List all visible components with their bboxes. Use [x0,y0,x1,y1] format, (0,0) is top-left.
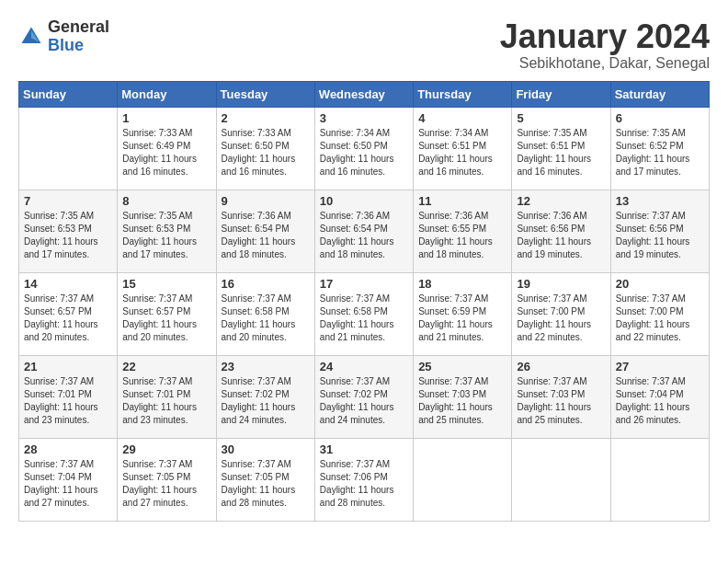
day-number: 26 [517,360,605,373]
calendar-cell: 4Sunrise: 7:34 AMSunset: 6:51 PMDaylight… [414,107,512,190]
day-number: 31 [320,442,408,456]
day-info: Sunrise: 7:37 AMSunset: 7:04 PMDaylight:… [24,458,112,510]
weekday-header: Sunday [19,81,118,107]
day-info: Sunrise: 7:37 AMSunset: 6:59 PMDaylight:… [418,293,506,344]
calendar-cell [414,438,512,521]
page-header: General Blue January 2024 Sebikhotane, D… [18,18,710,72]
day-number: 8 [122,194,210,208]
day-info: Sunrise: 7:37 AMSunset: 6:58 PMDaylight:… [222,293,310,344]
calendar-cell: 20Sunrise: 7:37 AMSunset: 7:00 PMDayligh… [610,272,709,355]
day-info: Sunrise: 7:37 AMSunset: 6:57 PMDaylight:… [122,293,210,344]
calendar-cell: 25Sunrise: 7:37 AMSunset: 7:03 PMDayligh… [414,355,512,438]
day-number: 18 [418,277,506,291]
day-number: 14 [24,277,112,291]
day-info: Sunrise: 7:35 AMSunset: 6:53 PMDaylight:… [122,210,210,261]
calendar-cell: 5Sunrise: 7:35 AMSunset: 6:51 PMDaylight… [512,107,610,190]
day-number: 9 [222,194,310,208]
day-info: Sunrise: 7:37 AMSunset: 7:01 PMDaylight:… [122,375,210,427]
calendar-cell: 14Sunrise: 7:37 AMSunset: 6:57 PMDayligh… [19,272,118,355]
day-info: Sunrise: 7:36 AMSunset: 6:56 PMDaylight:… [517,210,605,261]
calendar-cell: 9Sunrise: 7:36 AMSunset: 6:54 PMDaylight… [216,190,314,272]
day-number: 15 [122,277,210,291]
day-number: 20 [616,277,704,291]
logo: General Blue [18,18,109,55]
weekday-header: Thursday [414,81,512,107]
calendar-cell: 26Sunrise: 7:37 AMSunset: 7:03 PMDayligh… [512,355,610,438]
day-info: Sunrise: 7:37 AMSunset: 7:00 PMDaylight:… [517,293,605,344]
day-number: 16 [222,277,310,291]
day-number: 29 [122,442,210,456]
day-info: Sunrise: 7:37 AMSunset: 7:03 PMDaylight:… [418,375,506,427]
logo-blue-text: Blue [48,37,109,55]
day-info: Sunrise: 7:37 AMSunset: 7:03 PMDaylight:… [517,375,605,427]
calendar-cell: 16Sunrise: 7:37 AMSunset: 6:58 PMDayligh… [216,272,314,355]
day-number: 19 [517,277,605,291]
day-info: Sunrise: 7:34 AMSunset: 6:50 PMDaylight:… [320,127,408,178]
calendar-cell: 21Sunrise: 7:37 AMSunset: 7:01 PMDayligh… [19,355,118,438]
calendar-cell: 13Sunrise: 7:37 AMSunset: 6:56 PMDayligh… [610,190,709,272]
calendar-cell: 12Sunrise: 7:36 AMSunset: 6:56 PMDayligh… [512,190,610,272]
calendar-cell: 23Sunrise: 7:37 AMSunset: 7:02 PMDayligh… [216,355,314,438]
day-info: Sunrise: 7:35 AMSunset: 6:51 PMDaylight:… [517,127,605,178]
day-info: Sunrise: 7:37 AMSunset: 7:02 PMDaylight:… [320,375,408,427]
day-info: Sunrise: 7:33 AMSunset: 6:50 PMDaylight:… [222,127,310,178]
day-info: Sunrise: 7:37 AMSunset: 6:58 PMDaylight:… [320,293,408,344]
calendar-cell [610,438,709,521]
day-number: 1 [122,111,210,125]
day-number: 4 [418,111,506,125]
calendar-cell: 8Sunrise: 7:35 AMSunset: 6:53 PMDaylight… [118,190,216,272]
calendar-week-row: 14Sunrise: 7:37 AMSunset: 6:57 PMDayligh… [19,272,710,355]
calendar-cell: 11Sunrise: 7:36 AMSunset: 6:55 PMDayligh… [414,190,512,272]
day-number: 13 [616,194,704,208]
day-info: Sunrise: 7:37 AMSunset: 7:01 PMDaylight:… [24,375,112,427]
day-number: 22 [122,360,210,373]
location: Sebikhotane, Dakar, Senegal [500,55,710,72]
day-number: 23 [222,360,310,373]
day-number: 5 [517,111,605,125]
calendar-cell [19,107,118,190]
weekday-header: Tuesday [216,81,314,107]
weekday-row: SundayMondayTuesdayWednesdayThursdayFrid… [19,81,710,107]
calendar-cell: 28Sunrise: 7:37 AMSunset: 7:04 PMDayligh… [19,438,118,521]
calendar-cell: 29Sunrise: 7:37 AMSunset: 7:05 PMDayligh… [118,438,216,521]
day-info: Sunrise: 7:37 AMSunset: 6:56 PMDaylight:… [616,210,704,261]
day-info: Sunrise: 7:36 AMSunset: 6:54 PMDaylight:… [222,210,310,261]
calendar-cell: 2Sunrise: 7:33 AMSunset: 6:50 PMDaylight… [216,107,314,190]
calendar-week-row: 7Sunrise: 7:35 AMSunset: 6:53 PMDaylight… [19,190,710,272]
calendar-cell: 30Sunrise: 7:37 AMSunset: 7:05 PMDayligh… [216,438,314,521]
day-info: Sunrise: 7:36 AMSunset: 6:54 PMDaylight:… [320,210,408,261]
logo-general-text: General [48,18,109,37]
calendar-cell: 18Sunrise: 7:37 AMSunset: 6:59 PMDayligh… [414,272,512,355]
day-info: Sunrise: 7:34 AMSunset: 6:51 PMDaylight:… [418,127,506,178]
day-number: 28 [24,442,112,456]
logo-text: General Blue [48,18,109,55]
day-number: 10 [320,194,408,208]
day-number: 27 [616,360,704,373]
day-info: Sunrise: 7:37 AMSunset: 7:02 PMDaylight:… [222,375,310,427]
day-number: 7 [24,194,112,208]
calendar-cell: 10Sunrise: 7:36 AMSunset: 6:54 PMDayligh… [314,190,413,272]
title-block: January 2024 Sebikhotane, Dakar, Senegal [500,18,710,72]
day-number: 3 [320,111,408,125]
month-title: January 2024 [500,18,710,55]
day-number: 21 [24,360,112,373]
calendar-cell: 7Sunrise: 7:35 AMSunset: 6:53 PMDaylight… [19,190,118,272]
calendar-cell: 19Sunrise: 7:37 AMSunset: 7:00 PMDayligh… [512,272,610,355]
weekday-header: Monday [118,81,216,107]
day-number: 11 [418,194,506,208]
calendar-week-row: 21Sunrise: 7:37 AMSunset: 7:01 PMDayligh… [19,355,710,438]
day-info: Sunrise: 7:37 AMSunset: 7:00 PMDaylight:… [616,293,704,344]
calendar-week-row: 28Sunrise: 7:37 AMSunset: 7:04 PMDayligh… [19,438,710,521]
calendar-cell: 3Sunrise: 7:34 AMSunset: 6:50 PMDaylight… [314,107,413,190]
calendar-cell: 22Sunrise: 7:37 AMSunset: 7:01 PMDayligh… [118,355,216,438]
weekday-header: Saturday [610,81,709,107]
calendar-week-row: 1Sunrise: 7:33 AMSunset: 6:49 PMDaylight… [19,107,710,190]
calendar-cell: 17Sunrise: 7:37 AMSunset: 6:58 PMDayligh… [314,272,413,355]
day-info: Sunrise: 7:33 AMSunset: 6:49 PMDaylight:… [122,127,210,178]
day-info: Sunrise: 7:37 AMSunset: 7:05 PMDaylight:… [222,458,310,510]
logo-icon [18,24,44,50]
day-info: Sunrise: 7:35 AMSunset: 6:53 PMDaylight:… [24,210,112,261]
day-info: Sunrise: 7:36 AMSunset: 6:55 PMDaylight:… [418,210,506,261]
calendar-body: 1Sunrise: 7:33 AMSunset: 6:49 PMDaylight… [19,107,710,521]
day-number: 30 [222,442,310,456]
